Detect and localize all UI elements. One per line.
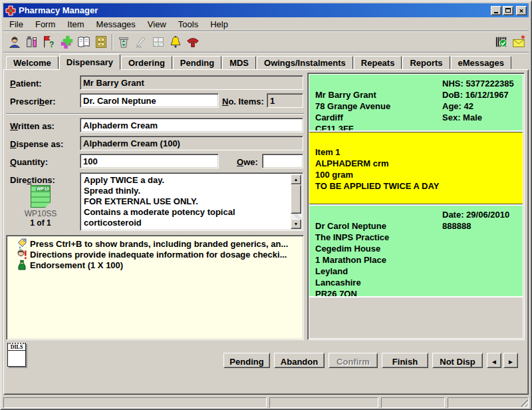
svg-text:?: ? — [49, 40, 54, 49]
close-button[interactable]: × — [516, 6, 527, 15]
quantity-field[interactable] — [80, 154, 219, 168]
brand-info-icon — [17, 238, 27, 249]
status-bar — [3, 397, 529, 408]
menu-tools[interactable]: Tools — [172, 18, 204, 31]
tab-welcome[interactable]: Welcome — [6, 56, 59, 69]
pharmacy-cross-icon[interactable] — [58, 33, 75, 51]
barcode-scan-icon[interactable] — [493, 33, 510, 51]
scroll-thumb[interactable] — [291, 184, 301, 214]
message-row[interactable]: Press Ctrl+B to show brands, including b… — [17, 238, 288, 249]
confirm-button[interactable]: Confirm — [329, 353, 378, 368]
page-fold-icon — [45, 202, 51, 208]
menu-file[interactable]: File — [3, 18, 29, 31]
app-icon — [5, 5, 16, 16]
new-mail-icon[interactable] — [510, 33, 527, 51]
dosage-warning-icon — [17, 249, 27, 260]
prescriber-label: Prescriber: — [10, 97, 56, 106]
pharmacy-manager-window: Pharmacy Manager × File Form Item Messag… — [0, 0, 532, 410]
message-text: Directions provide inadequate informatio… — [30, 250, 287, 260]
status-panel — [3, 397, 267, 408]
prescription-date-code: Date: 29/06/2010 888888 — [442, 209, 509, 232]
pending-button[interactable]: Pending — [223, 353, 270, 368]
tab-reports[interactable]: Reports — [402, 56, 450, 69]
prescriber-field[interactable] — [80, 93, 219, 108]
drug-cabinet-icon[interactable] — [92, 33, 110, 51]
menu-item[interactable]: Item — [61, 18, 90, 31]
directions-text[interactable]: Apply TWICE a day. Spread thinly. FOR EX… — [82, 174, 291, 229]
menu-help[interactable]: Help — [204, 18, 234, 31]
handout-icon[interactable] — [184, 33, 201, 51]
owe-label: Owe: — [237, 157, 258, 167]
signature-icon[interactable] — [132, 33, 150, 51]
menu-bar: File Form Item Messages View Tools Help — [3, 18, 529, 31]
no-items-field[interactable] — [267, 93, 303, 108]
toolbar: ? — [3, 32, 527, 52]
dispense-as-field[interactable] — [80, 136, 303, 150]
minimize-icon — [494, 12, 498, 13]
status-panel — [269, 397, 378, 408]
item-details: Item 1 ALPHADERM crm 100 gram TO BE APPL… — [315, 147, 439, 204]
dispense-as-label: Dispense as: — [10, 139, 63, 149]
previous-item-button[interactable]: ◄ — [487, 353, 501, 368]
patient-info-box: Mr Barry Grant 78 Grange Avenue Cardiff … — [309, 75, 523, 130]
written-as-field[interactable] — [80, 118, 303, 132]
directions-scrollbar[interactable]: ▲ ▼ — [291, 174, 301, 229]
alert-bell-icon[interactable] — [167, 33, 184, 51]
written-as-label: Written as: — [10, 121, 55, 131]
form-divider — [6, 113, 304, 114]
directions-label: Directions: — [10, 175, 55, 185]
reference-book-icon[interactable] — [75, 33, 92, 51]
message-row[interactable]: Endorsement (1 X 100) — [17, 260, 123, 270]
prescriber-name-address: Dr Carol Neptune The INPS Practice Ceged… — [315, 221, 389, 296]
window-title: Pharmacy Manager — [19, 5, 98, 15]
drug-query-icon[interactable]: ? — [41, 33, 58, 51]
status-panel — [381, 397, 446, 408]
resize-grip-icon[interactable] — [520, 399, 528, 407]
directions-field[interactable]: Apply TWICE a day. Spread thinly. FOR EX… — [80, 172, 303, 231]
tab-owings-instalments[interactable]: Owings/Instalments — [257, 56, 353, 69]
patient-icon[interactable] — [6, 33, 23, 51]
tab-repeats[interactable]: Repeats — [354, 56, 402, 69]
dils-leaflet-icon[interactable]: DILS — [7, 343, 26, 367]
labels-icon[interactable] — [150, 33, 167, 51]
endorsement-icon — [17, 260, 27, 270]
minimize-button[interactable] — [491, 6, 501, 15]
menu-messages[interactable]: Messages — [90, 18, 142, 31]
message-row[interactable]: Directions provide inadequate informatio… — [17, 249, 287, 260]
prescription-form-icon: WP10 — [31, 185, 51, 208]
next-item-button[interactable]: ► — [503, 353, 518, 368]
menu-view[interactable]: View — [142, 18, 172, 31]
tab-dispensary[interactable]: Dispensary — [59, 54, 120, 70]
patient-name-address: Mr Barry Grant 78 Grange Avenue Cardiff … — [315, 90, 390, 130]
tab-pending[interactable]: Pending — [173, 56, 221, 69]
patient-details: NHS: 5377222385 DoB: 16/12/1967 Age: 42 … — [442, 78, 514, 123]
scroll-up-button[interactable]: ▲ — [291, 174, 301, 184]
prescriber-info-box: Dr Carol Neptune The INPS Practice Ceged… — [309, 206, 523, 296]
tab-emessages[interactable]: eMessages — [451, 56, 511, 69]
quantity-label: Quantity: — [10, 157, 48, 167]
owe-field[interactable] — [262, 154, 303, 168]
patient-label: Patient: — [10, 79, 42, 89]
prescription-summary-panel: Mr Barry Grant 78 Grange Avenue Cardiff … — [307, 73, 525, 340]
panel-filler — [309, 298, 523, 338]
recycle-bin-icon[interactable] — [115, 33, 132, 51]
prescription-form-icon-label: WP10 — [36, 186, 50, 191]
finish-button[interactable]: Finish — [382, 353, 428, 368]
patient-field[interactable] — [80, 75, 303, 90]
not-dispensed-button[interactable]: Not Disp — [432, 353, 483, 368]
form-type-count: 1 of 1 — [6, 218, 75, 228]
toolbar-tabs-divider — [3, 52, 529, 53]
tab-ordering[interactable]: Ordering — [121, 56, 172, 69]
medicines-icon[interactable] — [23, 33, 41, 51]
menu-form[interactable]: Form — [29, 18, 61, 31]
form-type-name: WP10SS — [6, 209, 75, 218]
abandon-button[interactable]: Abandon — [274, 353, 325, 368]
status-panel — [448, 397, 529, 408]
item-info-box: Item 1 ALPHADERM crm 100 gram TO BE APPL… — [309, 132, 523, 204]
title-bar: Pharmacy Manager × — [3, 3, 529, 17]
toolbar-divider — [112, 34, 113, 50]
scroll-down-button[interactable]: ▼ — [291, 219, 301, 229]
tab-mds[interactable]: MDS — [222, 56, 256, 69]
maximize-button[interactable] — [503, 6, 513, 15]
maximize-icon — [505, 8, 511, 13]
